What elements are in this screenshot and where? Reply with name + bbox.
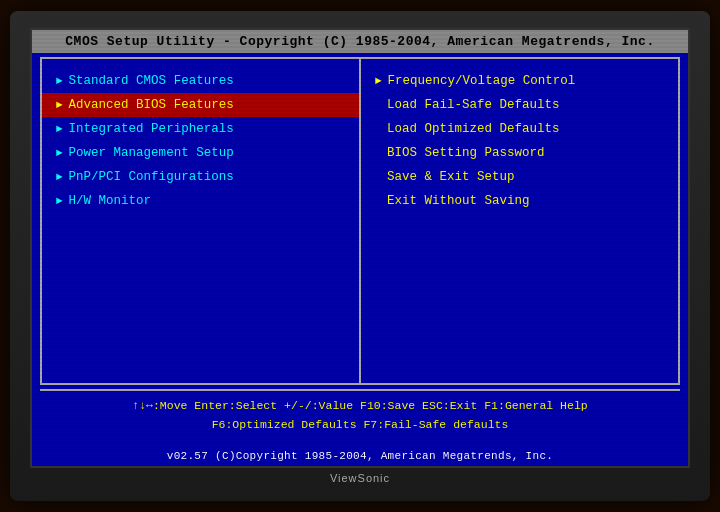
menu-item-bios-password[interactable]: BIOS Setting Password <box>361 141 678 165</box>
menu-item-integrated-peripherals[interactable]: ► Integrated Peripherals <box>42 117 359 141</box>
menu-item-load-failsafe[interactable]: Load Fail-Safe Defaults <box>361 93 678 117</box>
monitor-bezel: CMOS Setup Utility - Copyright (C) 1985-… <box>10 11 710 501</box>
screen: CMOS Setup Utility - Copyright (C) 1985-… <box>30 28 690 468</box>
menu-item-exit-no-save[interactable]: Exit Without Saving <box>361 189 678 213</box>
menu-item-load-optimized[interactable]: Load Optimized Defaults <box>361 117 678 141</box>
menu-label: Load Optimized Defaults <box>387 122 560 136</box>
hotkey-line2: F6:Optimized Defaults F7:Fail-Safe defau… <box>50 416 670 434</box>
hotkey-bar: ↑↓↔:Move Enter:Select +/-/:Value F10:Sav… <box>40 389 680 440</box>
menu-label: Save & Exit Setup <box>387 170 515 184</box>
menu-item-frequency-voltage[interactable]: ► Frequency/Voltage Control <box>361 69 678 93</box>
arrow-icon: ► <box>56 75 63 87</box>
menu-label: BIOS Setting Password <box>387 146 545 160</box>
menu-item-pnp-pci[interactable]: ► PnP/PCI Configurations <box>42 165 359 189</box>
menu-item-advanced-bios[interactable]: ► Advanced BIOS Features <box>42 93 359 117</box>
main-content: ► Standard CMOS Features ► Advanced BIOS… <box>40 57 680 385</box>
arrow-icon: ► <box>56 99 63 111</box>
arrow-icon: ► <box>56 123 63 135</box>
menu-label: Exit Without Saving <box>387 194 530 208</box>
menu-label: Load Fail-Safe Defaults <box>387 98 560 112</box>
arrow-icon: ► <box>56 147 63 159</box>
menu-item-save-exit[interactable]: Save & Exit Setup <box>361 165 678 189</box>
left-panel: ► Standard CMOS Features ► Advanced BIOS… <box>42 59 361 383</box>
title-bar: CMOS Setup Utility - Copyright (C) 1985-… <box>32 30 688 53</box>
menu-label: Frequency/Voltage Control <box>388 74 576 88</box>
monitor-brand-label: ViewSonic <box>330 472 390 484</box>
footer-bar: v02.57 (C)Copyright 1985-2004, American … <box>32 444 688 466</box>
arrow-icon: ► <box>375 75 382 87</box>
arrow-icon: ► <box>56 195 63 207</box>
menu-label: Integrated Peripherals <box>69 122 234 136</box>
hotkey-line1: ↑↓↔:Move Enter:Select +/-/:Value F10:Sav… <box>50 397 670 415</box>
menu-label: PnP/PCI Configurations <box>69 170 234 184</box>
right-panel: ► Frequency/Voltage Control Load Fail-Sa… <box>361 59 678 383</box>
menu-item-power-management[interactable]: ► Power Management Setup <box>42 141 359 165</box>
menu-label: Advanced BIOS Features <box>69 98 234 112</box>
arrow-icon: ► <box>56 171 63 183</box>
menu-label: Power Management Setup <box>69 146 234 160</box>
title-text: CMOS Setup Utility - Copyright (C) 1985-… <box>65 34 654 49</box>
menu-label: H/W Monitor <box>69 194 152 208</box>
footer-text: v02.57 (C)Copyright 1985-2004, American … <box>167 450 553 462</box>
menu-item-hw-monitor[interactable]: ► H/W Monitor <box>42 189 359 213</box>
menu-label: Standard CMOS Features <box>69 74 234 88</box>
menu-item-standard-cmos[interactable]: ► Standard CMOS Features <box>42 69 359 93</box>
